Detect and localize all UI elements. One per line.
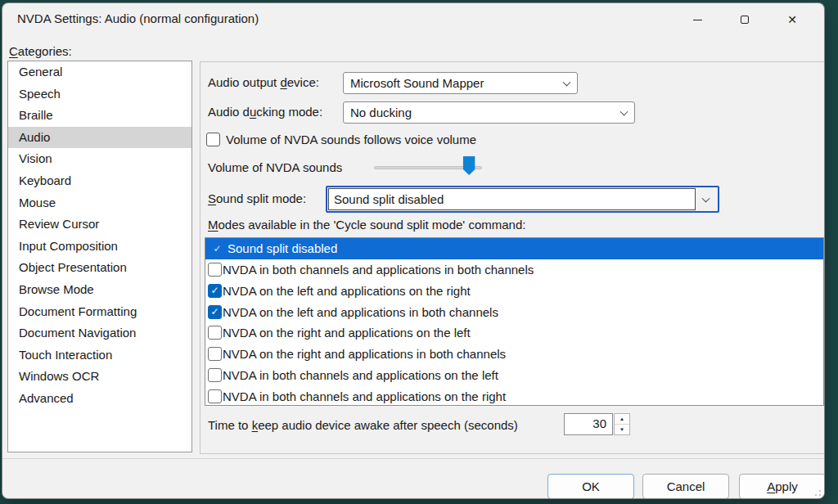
mode-item-label: NVDA in both channels and applications i…	[223, 263, 534, 277]
category-item[interactable]: Object Presentation	[8, 257, 191, 279]
category-item[interactable]: Touch Interaction	[8, 344, 191, 367]
category-item[interactable]: Vision	[8, 148, 191, 170]
sound-split-value: Sound split disabled	[328, 188, 696, 210]
chevron-down-icon	[563, 78, 571, 86]
maximize-button[interactable]	[721, 3, 768, 36]
category-item[interactable]: Braille	[8, 105, 191, 127]
mode-checkbox[interactable]	[208, 263, 222, 277]
mode-item[interactable]: NVDA on the right and applications in bo…	[205, 344, 823, 365]
keep-awake-label: Time to keep audio device awake after sp…	[208, 418, 518, 432]
maximize-icon	[741, 16, 749, 24]
mode-item[interactable]: ✓ NVDA on the left and applications in b…	[205, 301, 823, 322]
mode-checkbox[interactable]: ✓	[208, 305, 222, 319]
arrow-down-icon: ▼	[619, 427, 624, 432]
minimize-button[interactable]	[674, 3, 721, 36]
sound-split-label: Sound split mode:	[208, 191, 306, 205]
keep-awake-input[interactable]: 30	[564, 413, 613, 435]
category-item[interactable]: Audio	[8, 127, 191, 149]
audio-ducking-value: No ducking	[350, 106, 412, 119]
audio-output-combobox[interactable]: Microsoft Sound Mapper	[343, 72, 578, 94]
keep-awake-stepper: ▲ ▼	[614, 413, 630, 435]
title-bar[interactable]: NVDA Settings: Audio (normal configurati…	[2, 3, 824, 36]
mode-item[interactable]: ✓ NVDA on the left and applications on t…	[205, 281, 823, 302]
ok-button[interactable]: OK	[547, 474, 634, 499]
audio-ducking-combobox[interactable]: No ducking	[343, 101, 635, 124]
close-icon: ✕	[787, 14, 797, 25]
category-item[interactable]: Mouse	[8, 192, 191, 214]
category-item[interactable]: Document Formatting	[8, 301, 191, 323]
follows-voice-row[interactable]: Volume of NVDA sounds follows voice volu…	[206, 133, 476, 146]
mode-item[interactable]: NVDA in both channels and applications o…	[205, 385, 823, 406]
spin-up-button[interactable]: ▲	[615, 414, 629, 424]
mode-item[interactable]: NVDA on the right and applications on th…	[205, 322, 823, 344]
audio-ducking-label: Audio ducking mode:	[208, 105, 322, 119]
category-list[interactable]: GeneralSpeechBrailleAudioVisionKeyboardM…	[7, 61, 192, 452]
audio-settings-panel: Audio output device: Microsoft Sound Map…	[200, 61, 825, 454]
cancel-button[interactable]: Cancel	[642, 474, 729, 499]
category-item[interactable]: Advanced	[8, 388, 191, 410]
audio-output-value: Microsoft Sound Mapper	[350, 76, 484, 90]
categories-label: Categories:	[9, 44, 72, 58]
volume-slider[interactable]	[374, 155, 482, 177]
mode-item[interactable]: NVDA in both channels and applications o…	[205, 365, 823, 386]
category-item[interactable]: Browse Mode	[8, 279, 191, 301]
mode-checkbox[interactable]: ✓	[208, 284, 222, 298]
mode-item-label: NVDA on the right and applications on th…	[223, 326, 471, 340]
sound-split-dropdown-button[interactable]	[696, 188, 717, 210]
mode-checkbox[interactable]: ✓	[210, 241, 224, 255]
slider-thumb[interactable]	[463, 156, 475, 175]
mode-checkbox[interactable]	[208, 389, 222, 403]
mode-item-label: NVDA on the left and applications in bot…	[223, 305, 498, 319]
close-button[interactable]: ✕	[768, 3, 816, 36]
window-title: NVDA Settings: Audio (normal configurati…	[17, 11, 259, 25]
spin-down-button[interactable]: ▼	[615, 424, 629, 434]
chevron-down-icon	[620, 107, 628, 115]
category-item[interactable]: Review Cursor	[8, 214, 191, 236]
category-item[interactable]: Windows OCR	[8, 366, 191, 388]
mode-item[interactable]: NVDA in both channels and applications i…	[205, 259, 823, 281]
volume-label: Volume of NVDA sounds	[208, 160, 342, 174]
mode-checkbox[interactable]	[208, 326, 222, 340]
arrow-up-icon: ▲	[619, 416, 624, 421]
audio-output-label: Audio output device:	[208, 75, 319, 89]
category-item[interactable]: Document Navigation	[8, 322, 191, 344]
nvda-settings-window: NVDA Settings: Audio (normal configurati…	[2, 2, 825, 499]
mode-item-label: NVDA on the left and applications on the…	[223, 284, 471, 298]
sound-split-combobox[interactable]: Sound split disabled	[326, 186, 719, 213]
follows-voice-label: Volume of NVDA sounds follows voice volu…	[226, 133, 476, 146]
footer-divider	[2, 458, 824, 459]
category-item[interactable]: Keyboard	[8, 170, 191, 192]
resize-grip[interactable]	[811, 486, 821, 496]
follows-voice-checkbox[interactable]	[206, 133, 220, 146]
mode-item-label: NVDA in both channels and applications o…	[223, 368, 498, 382]
mode-item-label: Sound split disabled	[228, 241, 337, 255]
sound-split-modes-list[interactable]: ✓ Sound split disabled NVDA in both chan…	[205, 237, 824, 406]
modes-list-label: Modes available in the 'Cycle sound spli…	[208, 218, 525, 232]
mode-checkbox[interactable]	[208, 347, 222, 361]
category-item[interactable]: Input Composition	[8, 236, 191, 258]
chevron-down-icon	[702, 194, 710, 202]
category-item[interactable]: General	[8, 61, 191, 83]
category-item[interactable]: Speech	[8, 83, 191, 106]
mode-item-label: NVDA in both channels and applications o…	[223, 389, 506, 403]
mode-item[interactable]: ✓ Sound split disabled	[205, 238, 823, 259]
mode-item-label: NVDA on the right and applications in bo…	[223, 347, 506, 361]
mode-checkbox[interactable]	[208, 368, 222, 382]
minimize-icon	[693, 20, 702, 20]
